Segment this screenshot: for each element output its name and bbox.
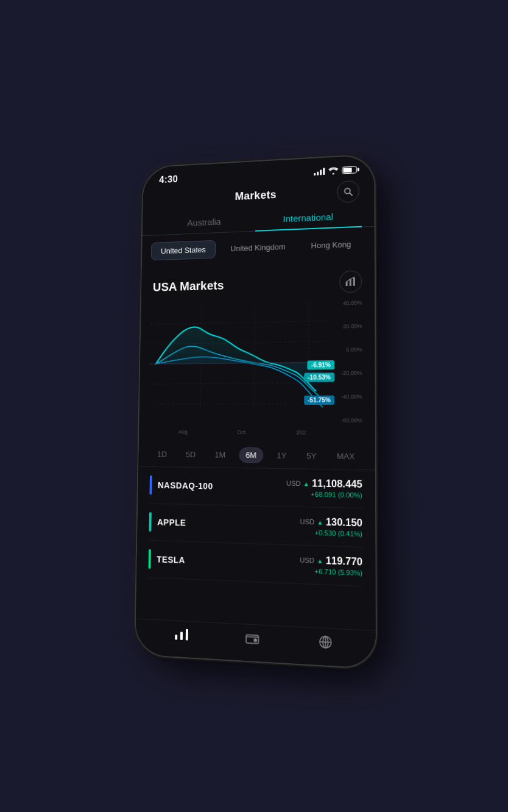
stock-price-nasdaq: 11,108.445: [312, 478, 362, 490]
chart-y-label-4: -20.00%: [341, 370, 362, 376]
stock-right-tesla: USD ▲ 119.770 +6.710 (5.93%): [300, 554, 362, 577]
bar-chart-icon: [345, 277, 356, 287]
tab-international[interactable]: International: [255, 204, 362, 231]
chart-y-label-1: 40.00%: [341, 300, 362, 307]
time-5d[interactable]: 5D: [180, 447, 202, 462]
svg-rect-3: [350, 279, 351, 286]
chart-badge-3: -51.75%: [304, 396, 334, 405]
stock-name-nasdaq: NASDAQ-100: [158, 480, 213, 491]
chart-y-label-2: 20.00%: [341, 323, 362, 330]
stock-name-tesla: TESLA: [157, 554, 185, 565]
chart-icon-button[interactable]: [339, 270, 362, 293]
svg-rect-16: [186, 629, 188, 641]
nav-chart-icon: [175, 629, 188, 644]
nav-item-chart[interactable]: [175, 629, 188, 644]
chart-y-label-5: -40.00%: [341, 394, 362, 400]
sub-tab-uk[interactable]: United Kingdom: [220, 237, 296, 258]
stock-name-apple: APPLE: [157, 517, 186, 527]
search-icon: [343, 187, 353, 197]
stock-arrow-tesla: ▲: [317, 557, 323, 564]
stock-left-nasdaq: NASDAQ-100: [149, 475, 213, 496]
nav-globe-icon: [318, 635, 332, 653]
stock-price-line-apple: USD ▲ 130.150: [300, 516, 362, 529]
svg-rect-14: [175, 635, 178, 639]
chart-x-labels: Aug Oct 202:: [154, 429, 333, 436]
phone-device: 4:30 Markets: [135, 155, 376, 668]
stock-item-tesla[interactable]: TESLA USD ▲ 119.770 +6.710 (5.93%): [148, 541, 362, 586]
stock-list: NASDAQ-100 USD ▲ 11,108.445 +68.091 (0.0…: [136, 467, 375, 587]
stock-change-nasdaq: +68.091 (0.00%): [286, 490, 362, 499]
stock-price-apple: 130.150: [326, 516, 362, 529]
status-icons: [314, 166, 357, 175]
status-time: 4:30: [159, 174, 178, 185]
time-6m[interactable]: 6M: [239, 447, 263, 463]
main-content: USA Markets 40.00%: [136, 260, 376, 630]
chart-x-label-2: Oct: [237, 429, 245, 435]
stock-indicator-tesla: [149, 549, 151, 569]
chart-y-label-6: -60.00%: [341, 417, 362, 423]
sub-tab-us[interactable]: United States: [151, 240, 216, 260]
page-title: Markets: [235, 188, 276, 203]
time-1d[interactable]: 1D: [151, 447, 172, 462]
stock-right-apple: USD ▲ 130.150 +0.530 (0.41%): [300, 516, 362, 538]
chart-badge-1: -6.91%: [308, 360, 334, 370]
svg-rect-18: [254, 639, 256, 641]
search-button[interactable]: [337, 180, 359, 202]
markets-section: USA Markets 40.00%: [139, 260, 375, 441]
sub-tab-hk[interactable]: Hong Kong: [300, 235, 361, 255]
battery-icon: [342, 166, 356, 174]
time-max[interactable]: MAX: [331, 448, 361, 464]
stock-arrow-apple: ▲: [317, 519, 323, 526]
stock-price-tesla: 119.770: [326, 555, 363, 568]
tab-australia[interactable]: Australia: [153, 209, 255, 235]
svg-rect-4: [353, 277, 355, 286]
markets-title: USA Markets: [153, 279, 224, 294]
stock-change-apple: +0.530 (0.41%): [300, 529, 362, 538]
stock-arrow-nasdaq: ▲: [303, 480, 309, 486]
stock-currency-tesla: USD: [300, 556, 314, 564]
stock-currency-apple: USD: [300, 518, 314, 525]
svg-line-5: [150, 321, 330, 324]
stock-price-line-tesla: USD ▲ 119.770: [300, 554, 362, 568]
chart-y-label-3: 0.00%: [341, 346, 362, 353]
stock-item-nasdaq[interactable]: NASDAQ-100 USD ▲ 11,108.445 +68.091 (0.0…: [149, 467, 362, 508]
chart-x-label-3: 202:: [297, 429, 308, 435]
stock-right-nasdaq: USD ▲ 11,108.445 +68.091 (0.00%): [286, 477, 362, 499]
signal-icon: [314, 168, 325, 176]
chart-badge-2: -10.53%: [304, 372, 334, 382]
chart-x-label-1: Aug: [178, 429, 188, 435]
stock-indicator-nasdaq: [149, 475, 152, 495]
price-chart: 40.00% 20.00% 0.00% -20.00% -40.00% -60.…: [148, 299, 365, 436]
stock-price-line-nasdaq: USD ▲ 11,108.445: [286, 477, 362, 490]
nav-wallet-icon: [245, 632, 259, 647]
phone-screen: 4:30 Markets: [135, 155, 376, 668]
stock-left-tesla: TESLA: [149, 549, 186, 570]
stock-left-apple: APPLE: [149, 512, 186, 533]
time-5y[interactable]: 5Y: [300, 448, 323, 464]
stock-change-tesla: +6.710 (5.93%): [300, 567, 362, 577]
svg-rect-15: [180, 632, 183, 639]
nav-item-wallet[interactable]: [245, 632, 259, 647]
time-1m[interactable]: 1M: [209, 447, 232, 462]
chart-y-labels: 40.00% 20.00% 0.00% -20.00% -40.00% -60.…: [341, 300, 362, 424]
stock-item-apple[interactable]: APPLE USD ▲ 130.150 +0.530 (0.41%): [149, 504, 362, 547]
wifi-icon: [328, 167, 338, 175]
stock-indicator-apple: [149, 512, 152, 532]
time-1y[interactable]: 1Y: [270, 447, 292, 463]
svg-rect-2: [346, 282, 348, 286]
stock-currency-nasdaq: USD: [286, 479, 301, 487]
svg-line-1: [350, 193, 352, 195]
markets-header: USA Markets: [153, 270, 362, 297]
nav-item-globe[interactable]: [318, 635, 332, 653]
time-selector: 1D 5D 1M 6M 1Y 5Y MAX: [138, 440, 375, 471]
